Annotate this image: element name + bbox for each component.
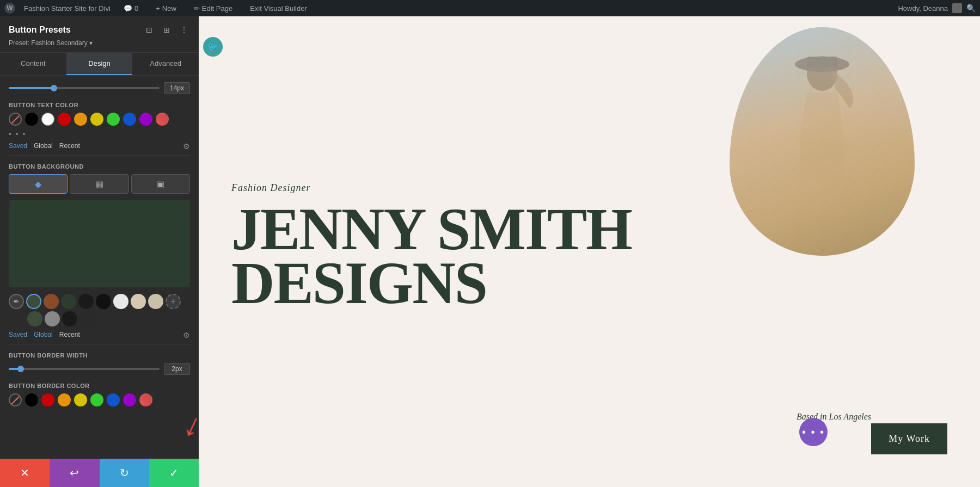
swatch-green[interactable] bbox=[107, 113, 120, 126]
tab-advanced[interactable]: Advanced bbox=[132, 53, 199, 75]
palette-swatch-9[interactable] bbox=[27, 311, 42, 326]
border-color-swatches bbox=[9, 393, 190, 406]
border-width-value: 2px bbox=[164, 363, 190, 375]
panel-title-row: Button Presets ⊡ ⊞ ⋮ bbox=[9, 24, 190, 36]
palette-row-2 bbox=[9, 311, 190, 326]
tab-content[interactable]: Content bbox=[0, 53, 66, 75]
purple-dots-button[interactable]: • • • bbox=[799, 418, 828, 446]
border-swatch-blue[interactable] bbox=[107, 393, 120, 406]
admin-avatar bbox=[952, 3, 962, 13]
panel-more-icon[interactable]: ⋮ bbox=[178, 24, 190, 36]
bg-global-link[interactable]: Global bbox=[34, 331, 53, 340]
bg-gradient-icon: ▦ bbox=[95, 179, 103, 189]
panel-title: Button Presets bbox=[9, 25, 71, 35]
admin-search-icon[interactable]: 🔍 bbox=[966, 4, 976, 13]
recent-link[interactable]: Recent bbox=[59, 142, 80, 151]
swatch-red[interactable] bbox=[58, 113, 71, 126]
border-swatch-black[interactable] bbox=[25, 393, 38, 406]
color-settings-icon[interactable]: ⚙ bbox=[183, 142, 190, 151]
swatch-transparent[interactable] bbox=[9, 113, 22, 126]
hero-oval bbox=[730, 27, 915, 256]
palette-swatch-4[interactable] bbox=[78, 294, 94, 309]
panel-columns-icon[interactable]: ⊞ bbox=[161, 24, 173, 36]
border-swatch-orange[interactable] bbox=[58, 393, 71, 406]
border-swatch-pink[interactable] bbox=[139, 393, 152, 406]
palette-swatch-6[interactable] bbox=[113, 294, 128, 309]
palette-swatch-8[interactable] bbox=[148, 294, 163, 309]
global-link[interactable]: Global bbox=[34, 142, 53, 151]
border-width-slider-thumb[interactable] bbox=[17, 366, 24, 372]
main-content: Fashion Designer JENNY SMITH DESIGNS Bas… bbox=[199, 16, 980, 487]
bg-type-color[interactable]: ◆ bbox=[9, 174, 68, 194]
border-swatch-purple[interactable] bbox=[123, 393, 136, 406]
border-swatch-red[interactable] bbox=[41, 393, 54, 406]
swatch-yellow[interactable] bbox=[90, 113, 103, 126]
redo-button[interactable]: ↻ bbox=[100, 459, 149, 487]
size-slider-thumb[interactable] bbox=[51, 85, 57, 91]
palette-swatch-5[interactable] bbox=[96, 294, 111, 309]
palette-swatch-10[interactable] bbox=[45, 311, 60, 326]
bg-type-image[interactable]: ▣ bbox=[131, 174, 190, 194]
color-preview-box[interactable] bbox=[9, 200, 190, 287]
border-width-slider-row: 2px bbox=[9, 363, 190, 375]
size-slider-track[interactable] bbox=[9, 87, 160, 89]
comments-link[interactable]: 💬 0 bbox=[119, 0, 143, 16]
bg-settings-icon[interactable]: ⚙ bbox=[183, 331, 190, 340]
fashion-page: Fashion Designer JENNY SMITH DESIGNS Bas… bbox=[199, 16, 980, 487]
teal-bird-icon[interactable]: 🐦 bbox=[203, 37, 223, 57]
palette-swatch-11[interactable] bbox=[62, 311, 77, 326]
exit-builder-link[interactable]: Exit Visual Builder bbox=[246, 0, 311, 16]
palette-swatch-1[interactable] bbox=[26, 294, 41, 309]
panel-preset[interactable]: Preset: Fashion Secondary ▾ bbox=[9, 39, 190, 47]
divider-1 bbox=[9, 155, 190, 156]
new-link[interactable]: + New bbox=[151, 0, 181, 16]
text-color-swatches bbox=[9, 113, 190, 126]
bg-color-meta: Saved Global Recent ⚙ bbox=[9, 331, 190, 340]
swatch-purple[interactable] bbox=[139, 113, 152, 126]
saved-link[interactable]: Saved bbox=[9, 142, 27, 151]
palette-swatch-12[interactable] bbox=[79, 311, 95, 326]
palette-add-btn[interactable]: + bbox=[166, 294, 181, 309]
left-panel: Button Presets ⊡ ⊞ ⋮ Preset: Fashion Sec… bbox=[0, 16, 199, 487]
divider-2 bbox=[9, 344, 190, 344]
cancel-icon: ✕ bbox=[20, 466, 29, 479]
swatch-blue[interactable] bbox=[123, 113, 136, 126]
palette-swatch-7[interactable] bbox=[131, 294, 146, 309]
swatch-orange[interactable] bbox=[74, 113, 87, 126]
tab-design[interactable]: Design bbox=[66, 53, 133, 75]
palette-swatch-2[interactable] bbox=[44, 294, 59, 309]
eyedropper-btn[interactable]: ✒ bbox=[9, 294, 24, 309]
border-swatch-transparent[interactable] bbox=[9, 393, 22, 406]
panel-tabs: Content Design Advanced bbox=[0, 53, 199, 76]
palette-swatch-3[interactable] bbox=[61, 294, 76, 309]
text-color-meta: Saved Global Recent ⚙ bbox=[9, 142, 190, 151]
panel-resize-icon[interactable]: ⊡ bbox=[143, 24, 155, 36]
bg-recent-link[interactable]: Recent bbox=[59, 331, 80, 340]
border-width-slider-track[interactable] bbox=[9, 368, 160, 370]
howdy-text: Howdy, Deanna bbox=[898, 4, 948, 13]
bottom-bar: ✕ ↩ ↻ ✓ bbox=[0, 459, 199, 487]
site-name[interactable]: Fashion Starter Site for Divi bbox=[24, 4, 111, 13]
confirm-button[interactable]: ✓ bbox=[149, 459, 199, 487]
my-work-button[interactable]: My Work bbox=[871, 423, 947, 454]
undo-button[interactable]: ↩ bbox=[50, 459, 99, 487]
button-background-label: Button Background bbox=[9, 163, 190, 170]
swatch-pink[interactable] bbox=[156, 113, 169, 126]
edit-page-link[interactable]: ✏ Edit Page bbox=[189, 0, 237, 16]
bg-saved-link[interactable]: Saved bbox=[9, 331, 27, 340]
border-swatch-yellow[interactable] bbox=[74, 393, 87, 406]
palette-row-1: ✒ + bbox=[9, 294, 190, 309]
bg-type-gradient[interactable]: ▦ bbox=[70, 174, 128, 194]
cancel-button[interactable]: ✕ bbox=[0, 459, 50, 487]
size-slider-value: 14px bbox=[164, 82, 190, 94]
border-swatch-green[interactable] bbox=[90, 393, 103, 406]
admin-bar: W Fashion Starter Site for Divi 💬 0 + Ne… bbox=[0, 0, 980, 16]
admin-bar-right: Howdy, Deanna 🔍 bbox=[898, 3, 976, 13]
bg-type-row: ◆ ▦ ▣ bbox=[9, 174, 190, 194]
panel-header: Button Presets ⊡ ⊞ ⋮ Preset: Fashion Sec… bbox=[0, 16, 199, 53]
swatch-white[interactable] bbox=[41, 113, 54, 126]
dots-icon: • • • bbox=[802, 426, 825, 439]
more-colors-icon[interactable]: • • • bbox=[9, 130, 26, 138]
wordpress-icon[interactable]: W bbox=[4, 3, 15, 14]
swatch-black[interactable] bbox=[25, 113, 38, 126]
